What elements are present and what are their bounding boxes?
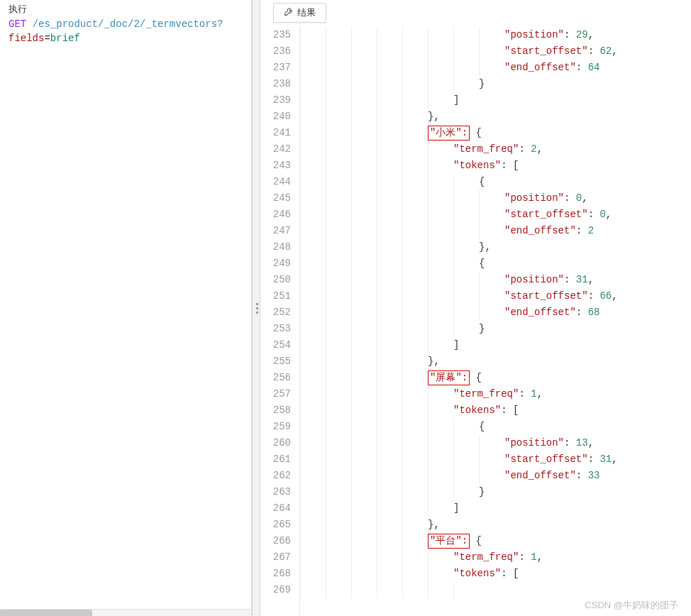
vertical-scrollbar[interactable] — [682, 21, 691, 603]
code-line[interactable]: "end_offset": 68 — [300, 304, 691, 321]
line-number: 263 — [260, 484, 299, 500]
request-path: /es_product/_doc/2/_termvectors? — [33, 18, 223, 30]
code-line[interactable]: "平台": { — [300, 533, 691, 549]
line-number: 257 — [260, 386, 299, 402]
code-line[interactable]: }, — [300, 239, 691, 255]
code-line[interactable]: ] — [300, 92, 691, 109]
line-number: 269 — [260, 582, 299, 598]
tab-result[interactable]: 结果 — [273, 3, 326, 23]
line-number: 245 — [260, 190, 299, 207]
code-line[interactable] — [300, 582, 691, 598]
code-line[interactable]: } — [300, 484, 691, 500]
line-number: 265 — [260, 517, 299, 533]
code-line[interactable]: }, — [300, 517, 691, 533]
code-line[interactable]: "term_freq": 1, — [300, 386, 691, 402]
tab-bar: 结果 — [260, 0, 691, 23]
line-number: 259 — [260, 419, 299, 435]
result-panel: 结果 2352362372382392402412422432442452462… — [260, 0, 691, 616]
line-number-gutter: 2352362372382392402412422432442452462472… — [260, 24, 300, 616]
equals-sign: = — [44, 33, 50, 44]
code-line[interactable]: "end_offset": 2 — [300, 223, 691, 239]
http-method: GET — [9, 18, 26, 30]
panel-splitter[interactable] — [252, 0, 260, 616]
code-line[interactable]: { — [300, 174, 691, 190]
line-number: 244 — [260, 174, 299, 190]
code-line[interactable]: "end_offset": 64 — [300, 60, 691, 76]
line-number: 249 — [260, 255, 299, 272]
line-number: 258 — [260, 402, 299, 419]
line-number: 247 — [260, 223, 299, 239]
code-line[interactable]: "start_offset": 66, — [300, 288, 691, 304]
line-number: 238 — [260, 76, 299, 92]
line-number: 262 — [260, 468, 299, 484]
code-line[interactable]: "屏幕": { — [300, 370, 691, 386]
code-line[interactable]: }, — [300, 353, 691, 370]
line-number: 242 — [260, 141, 299, 158]
tab-result-label: 结果 — [297, 6, 316, 19]
line-number: 254 — [260, 337, 299, 353]
code-line[interactable]: ] — [300, 337, 691, 353]
line-number: 241 — [260, 125, 299, 141]
line-number: 264 — [260, 500, 299, 517]
code-line[interactable]: "end_offset": 33 — [300, 468, 691, 484]
code-line[interactable]: "position": 31, — [300, 272, 691, 288]
param-key: fields — [9, 33, 44, 44]
request-line-1[interactable]: GET /es_product/_doc/2/_termvectors? — [9, 17, 251, 31]
code-line[interactable]: "tokens": [ — [300, 402, 691, 419]
code-line[interactable]: "position": 29, — [300, 27, 691, 43]
line-number: 251 — [260, 288, 299, 304]
code-line[interactable]: } — [300, 76, 691, 92]
highlight-box: "平台": — [428, 534, 470, 549]
line-number: 250 — [260, 272, 299, 288]
highlight-box: "小米": — [428, 126, 470, 141]
line-number: 260 — [260, 435, 299, 451]
request-line-2[interactable]: fields=brief — [9, 31, 251, 45]
line-number: 252 — [260, 304, 299, 321]
line-number: 235 — [260, 27, 299, 43]
code-content[interactable]: "position": 29,"start_offset": 62,"end_o… — [300, 24, 691, 616]
line-number: 261 — [260, 451, 299, 468]
code-line[interactable]: } — [300, 321, 691, 337]
param-value: brief — [50, 33, 80, 44]
highlight-box: "屏幕": — [428, 370, 470, 385]
execute-label: 执行 — [9, 3, 251, 16]
line-number: 268 — [260, 566, 299, 582]
code-viewer[interactable]: 2352362372382392402412422432442452462472… — [260, 24, 691, 616]
line-number: 255 — [260, 353, 299, 370]
horizontal-scrollbar-thumb[interactable] — [0, 610, 92, 616]
line-number: 246 — [260, 207, 299, 223]
request-panel: 执行 GET /es_product/_doc/2/_termvectors? … — [0, 0, 252, 616]
code-line[interactable]: "start_offset": 62, — [300, 43, 691, 60]
line-number: 240 — [260, 109, 299, 125]
code-line[interactable]: { — [300, 255, 691, 272]
line-number: 267 — [260, 549, 299, 566]
line-number: 266 — [260, 533, 299, 549]
line-number: 248 — [260, 239, 299, 255]
code-line[interactable]: { — [300, 419, 691, 435]
code-line[interactable]: "start_offset": 31, — [300, 451, 691, 468]
code-line[interactable]: "position": 13, — [300, 435, 691, 451]
code-line[interactable]: "position": 0, — [300, 190, 691, 207]
code-line[interactable]: "tokens": [ — [300, 566, 691, 582]
code-line[interactable]: "小米": { — [300, 125, 691, 141]
horizontal-scrollbar[interactable] — [0, 609, 251, 616]
line-number: 243 — [260, 158, 299, 174]
code-line[interactable]: "term_freq": 1, — [300, 549, 691, 566]
wrench-icon — [284, 7, 293, 18]
code-line[interactable]: "tokens": [ — [300, 158, 691, 174]
code-line[interactable]: "start_offset": 0, — [300, 207, 691, 223]
request-editor[interactable]: 执行 GET /es_product/_doc/2/_termvectors? … — [0, 0, 251, 609]
line-number: 236 — [260, 43, 299, 60]
line-number: 237 — [260, 60, 299, 76]
line-number: 256 — [260, 370, 299, 386]
code-line[interactable]: "term_freq": 2, — [300, 141, 691, 158]
code-line[interactable]: }, — [300, 109, 691, 125]
splitter-handle-icon — [254, 297, 260, 319]
code-line[interactable]: ] — [300, 500, 691, 517]
line-number: 239 — [260, 92, 299, 109]
line-number: 253 — [260, 321, 299, 337]
